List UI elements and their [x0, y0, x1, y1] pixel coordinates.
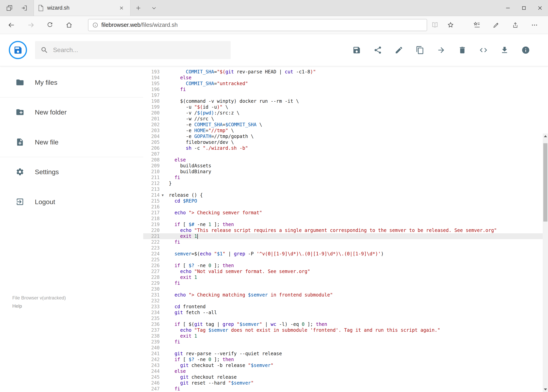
code-line[interactable]: 218 — [143, 216, 548, 222]
code-line[interactable]: 221 exit 1 — [143, 233, 548, 239]
code-line[interactable]: 203 -e HOME="//tmp" \ — [143, 128, 548, 133]
code-line[interactable]: 234 git fetch --all — [143, 310, 548, 315]
code-line[interactable]: 228 exit 1 — [143, 274, 548, 280]
save-button[interactable] — [346, 39, 367, 61]
code-line[interactable]: 223 — [143, 245, 548, 251]
fold-marker-icon[interactable]: ▾ — [160, 192, 166, 198]
tab-list-button[interactable] — [146, 0, 162, 16]
code-line[interactable]: 246 git reset --hard "$semver" — [143, 380, 548, 386]
search-box[interactable] — [35, 41, 231, 59]
forward-button[interactable] — [21, 17, 40, 33]
refresh-button[interactable] — [40, 17, 59, 33]
code-line[interactable]: 232 — [143, 298, 548, 304]
sidebar-item-settings[interactable]: Settings — [0, 163, 143, 181]
scrollbar-up-arrow[interactable] — [543, 133, 548, 139]
sidebar-item-new-file[interactable]: New file — [0, 133, 143, 151]
share-page-button[interactable] — [506, 17, 525, 33]
code-line[interactable]: 207 — [143, 151, 548, 157]
hub-favorites-button[interactable] — [467, 17, 486, 33]
code-line[interactable]: 226 if [ $? -ne 0 ]; then — [143, 263, 548, 268]
code-line[interactable]: 241 git rev-parse --verify --quiet relea… — [143, 351, 548, 357]
code-editor[interactable]: 193 COMMIT_SHA="$(git rev-parse HEAD | c… — [143, 67, 548, 392]
sidebar-item-new-folder[interactable]: New folder — [0, 103, 143, 121]
code-line[interactable]: 205 filebrowser/dev \ — [143, 139, 548, 145]
code-line[interactable]: 247 fi — [143, 386, 548, 392]
copy-button[interactable] — [409, 39, 431, 61]
share-button[interactable] — [367, 39, 388, 61]
web-note-button[interactable] — [486, 17, 506, 33]
info-button[interactable] — [515, 39, 536, 61]
code-line[interactable]: 229 fi — [143, 280, 548, 286]
page-scrollbar[interactable] — [543, 133, 548, 392]
code-line[interactable]: 240 — [143, 345, 548, 351]
close-window-button[interactable] — [532, 0, 548, 16]
code-line[interactable]: 235 — [143, 315, 548, 321]
scrollbar-thumb[interactable] — [543, 143, 548, 222]
code-line[interactable]: 206 sh -c "./wizard.sh -b" — [143, 145, 548, 151]
code-line[interactable]: 193 COMMIT_SHA="$(git rev-parse HEAD | c… — [143, 69, 548, 75]
minimize-button[interactable] — [500, 0, 516, 16]
sidebar-item-my-files[interactable]: My files — [0, 74, 143, 91]
code-line[interactable]: 227 echo "Not valid semver format. See s… — [143, 268, 548, 274]
code-line[interactable]: 194 else — [143, 75, 548, 81]
code-line[interactable]: 215 cd $REPO — [143, 198, 548, 204]
move-button[interactable] — [431, 39, 452, 61]
reading-view-button[interactable] — [427, 17, 443, 33]
tab-close-button[interactable] — [117, 0, 126, 16]
code-line[interactable]: 204 -e GOPATH=//tmp/gopath \ — [143, 133, 548, 139]
code-line[interactable]: 198 $(command -v winpty) docker run --rm… — [143, 98, 548, 104]
code-line[interactable]: 225 — [143, 257, 548, 263]
code-line[interactable]: 242 if [ $? -ne 0 ]; then — [143, 357, 548, 363]
code-line[interactable]: 245 git checkout release — [143, 374, 548, 380]
line-number: 246 — [143, 380, 160, 386]
code-line[interactable]: 211 fi — [143, 175, 548, 181]
delete-button[interactable] — [452, 39, 473, 61]
code-line[interactable]: 224 semver=$(echo "$1" | grep -P '^v(0|[… — [143, 251, 548, 257]
maximize-button[interactable] — [516, 0, 532, 16]
back-button[interactable] — [2, 17, 21, 33]
code-line[interactable]: 222 fi — [143, 239, 548, 245]
set-tabs-aside-button[interactable] — [17, 0, 32, 16]
code-line[interactable]: 243 git checkout -b release "$semver" — [143, 363, 548, 368]
code-line[interactable]: 210 buildBinary — [143, 169, 548, 175]
code-line[interactable]: 220 echo "This release script requires a… — [143, 227, 548, 233]
settings-and-more-button[interactable] — [525, 17, 544, 33]
code-line[interactable]: 236 if [ $(git tag | grep "$semver" | wc… — [143, 321, 548, 327]
code-line[interactable]: 197 — [143, 92, 548, 98]
code-line[interactable]: 208 else — [143, 157, 548, 163]
code-line[interactable]: 217 echo "> Checking semver format" — [143, 210, 548, 216]
code-line[interactable]: 230 — [143, 286, 548, 292]
code-line[interactable]: 238 exit 1 — [143, 333, 548, 339]
code-line[interactable]: 199 -u "$(id -u)" \ — [143, 104, 548, 110]
code-line[interactable]: 239 fi — [143, 339, 548, 345]
code-line[interactable]: 213 — [143, 186, 548, 192]
browser-tab-wizard-sh[interactable]: wizard.sh — [34, 0, 131, 16]
code-line[interactable]: 233 cd frontend — [143, 304, 548, 310]
rename-button[interactable] — [388, 39, 409, 61]
code-line[interactable]: 216 — [143, 204, 548, 210]
scrollbar-down-arrow[interactable] — [543, 387, 548, 392]
code-line[interactable]: 202 -e COMMIT_SHA=$COMMIT_SHA \ — [143, 122, 548, 128]
site-info-icon[interactable] — [92, 22, 98, 28]
sidebar-item-logout[interactable]: Logout — [0, 193, 143, 210]
code-line[interactable]: 244 else — [143, 368, 548, 374]
code-line[interactable]: 237 echo "Tag $semver does not exist in … — [143, 327, 548, 333]
home-button[interactable] — [59, 17, 79, 33]
new-tab-button[interactable] — [131, 0, 146, 16]
view-source-button[interactable] — [473, 39, 494, 61]
code-line[interactable]: 200 -v /$(pwd):/src:z \ — [143, 110, 548, 116]
download-button[interactable] — [494, 39, 515, 61]
address-bar[interactable]: filebrowser.web/files/wizard.sh — [88, 19, 427, 31]
code-line[interactable]: 201 -w //src \ — [143, 116, 548, 122]
code-line[interactable]: 195 COMMIT_SHA="untracked" — [143, 81, 548, 86]
code-line[interactable]: 231 echo "> Checking matching $semver in… — [143, 292, 548, 298]
code-line[interactable]: 219 if [ $# -ne 1 ]; then — [143, 222, 548, 227]
show-tab-previews-button[interactable] — [2, 0, 17, 16]
code-line[interactable]: 214▾release () { — [143, 192, 548, 198]
code-line[interactable]: 196 fi — [143, 86, 548, 92]
search-input[interactable] — [53, 46, 225, 54]
add-favorite-button[interactable] — [443, 17, 458, 33]
code-line[interactable]: 209 buildAssets — [143, 163, 548, 169]
code-line[interactable]: 212} — [143, 181, 548, 186]
help-link[interactable]: Help — [12, 302, 66, 310]
